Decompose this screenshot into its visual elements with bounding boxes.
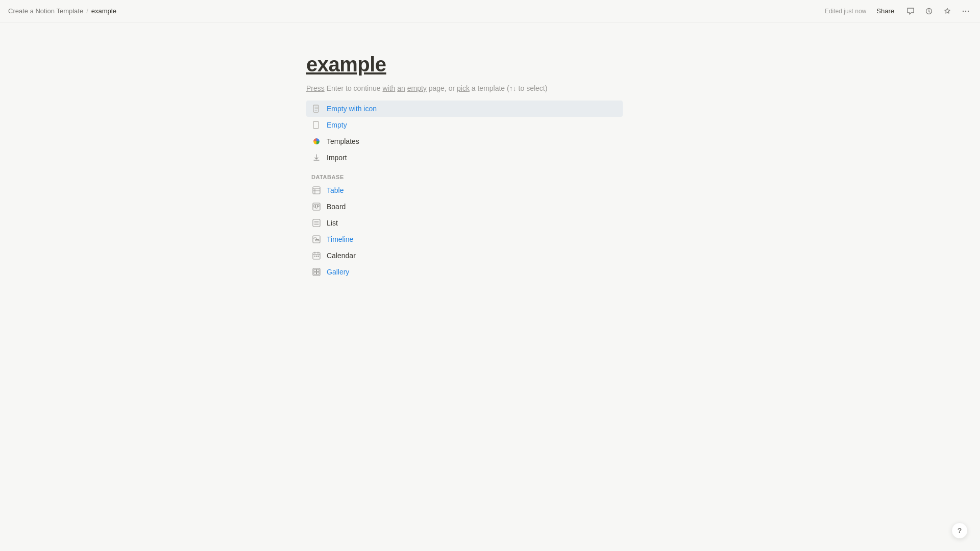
menu-item-list[interactable]: List bbox=[306, 215, 623, 231]
svg-rect-10 bbox=[317, 205, 319, 207]
database-menu-list: Table Board bbox=[306, 182, 623, 280]
timeline-label: Timeline bbox=[327, 235, 353, 243]
breadcrumb-separator: / bbox=[86, 7, 88, 15]
menu-item-import[interactable]: Import bbox=[306, 149, 623, 166]
page-body: example Press Enter to continue with an … bbox=[306, 53, 674, 280]
svg-rect-21 bbox=[317, 269, 320, 272]
menu-list: Empty with icon Empty bbox=[306, 101, 623, 166]
svg-rect-16 bbox=[314, 256, 316, 257]
more-options-icon[interactable] bbox=[960, 5, 972, 17]
edited-status: Edited just now bbox=[825, 8, 866, 15]
hint-press: Press bbox=[306, 84, 325, 92]
empty-with-icon-label: Empty with icon bbox=[327, 105, 377, 113]
main-content: example Press Enter to continue with an … bbox=[0, 22, 980, 280]
svg-rect-9 bbox=[316, 205, 317, 208]
menu-item-empty[interactable]: Empty bbox=[306, 117, 623, 133]
hint-empty: empty bbox=[407, 84, 427, 92]
share-button[interactable]: Share bbox=[872, 5, 898, 17]
menu-item-empty-with-icon[interactable]: Empty with icon bbox=[306, 101, 623, 117]
menu-item-templates[interactable]: Templates bbox=[306, 133, 623, 149]
list-icon bbox=[311, 218, 322, 228]
import-label: Import bbox=[327, 154, 347, 162]
breadcrumb-parent[interactable]: Create a Notion Template bbox=[8, 7, 83, 15]
svg-point-3 bbox=[968, 10, 969, 11]
menu-item-gallery[interactable]: Gallery bbox=[306, 264, 623, 280]
gallery-icon bbox=[311, 267, 322, 277]
svg-rect-14 bbox=[315, 240, 319, 241]
comment-icon[interactable] bbox=[904, 5, 917, 17]
svg-rect-20 bbox=[314, 269, 316, 272]
empty-label: Empty bbox=[327, 121, 347, 129]
breadcrumb: Create a Notion Template / example bbox=[8, 7, 116, 15]
menu-item-board[interactable]: Board bbox=[306, 198, 623, 215]
database-section-label: DATABASE bbox=[306, 166, 674, 182]
hint-pick: pick bbox=[457, 84, 470, 92]
import-icon bbox=[311, 153, 322, 163]
svg-rect-13 bbox=[314, 238, 316, 239]
board-label: Board bbox=[327, 203, 346, 211]
hint-text: Press Enter to continue with an empty pa… bbox=[306, 84, 674, 92]
table-label: Table bbox=[327, 186, 344, 194]
history-icon[interactable] bbox=[923, 5, 935, 17]
svg-point-1 bbox=[963, 10, 964, 11]
page-title: example bbox=[306, 53, 674, 76]
menu-item-table[interactable]: Table bbox=[306, 182, 623, 198]
doc-icon-empty bbox=[311, 120, 322, 130]
svg-rect-8 bbox=[314, 205, 315, 207]
templates-icon bbox=[311, 136, 322, 146]
board-icon bbox=[311, 202, 322, 212]
svg-rect-23 bbox=[317, 272, 320, 275]
table-icon bbox=[311, 185, 322, 195]
templates-label: Templates bbox=[327, 137, 359, 145]
menu-item-calendar[interactable]: Calendar bbox=[306, 247, 623, 264]
gallery-label: Gallery bbox=[327, 268, 349, 276]
svg-rect-22 bbox=[314, 272, 316, 275]
help-button[interactable]: ? bbox=[951, 522, 968, 539]
topbar: Create a Notion Template / example Edite… bbox=[0, 0, 980, 22]
menu-item-timeline[interactable]: Timeline bbox=[306, 231, 623, 247]
hint-an: an bbox=[397, 84, 405, 92]
calendar-icon bbox=[311, 251, 322, 261]
calendar-label: Calendar bbox=[327, 252, 356, 260]
topbar-actions: Edited just now Share bbox=[825, 5, 972, 17]
svg-rect-6 bbox=[313, 187, 320, 194]
breadcrumb-current: example bbox=[91, 7, 116, 15]
list-label: List bbox=[327, 219, 338, 227]
hint-with: with bbox=[382, 84, 395, 92]
doc-icon bbox=[311, 104, 322, 114]
svg-rect-17 bbox=[316, 256, 317, 257]
favorite-icon[interactable] bbox=[941, 5, 953, 17]
timeline-icon bbox=[311, 234, 322, 244]
svg-rect-18 bbox=[318, 256, 320, 257]
svg-point-2 bbox=[965, 10, 966, 11]
svg-rect-5 bbox=[313, 121, 318, 129]
